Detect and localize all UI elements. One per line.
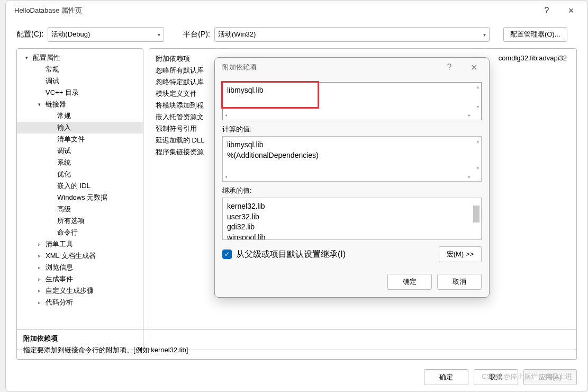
- dialog-help-button[interactable]: ?: [437, 59, 462, 75]
- dialog-ok-button[interactable]: 确定: [387, 274, 432, 290]
- main-button-row: 确定 取消 应用(A): [424, 369, 577, 385]
- inherited-value-line: gdi32.lib: [227, 222, 477, 233]
- inherit-checkbox-label: 从父级或项目默认设置继承(I): [236, 249, 346, 260]
- tree-item[interactable]: 系统: [17, 157, 143, 168]
- tree-item-label: 常规: [46, 65, 59, 74]
- tree-item[interactable]: 嵌入的 IDL: [17, 180, 143, 192]
- chevron-down-icon: ▾: [483, 32, 486, 38]
- tree-item[interactable]: 调试: [17, 75, 143, 87]
- config-manager-button[interactable]: 配置管理器(O)...: [503, 27, 567, 42]
- computed-value-line: %(AdditionalDependencies): [227, 150, 477, 161]
- tree-arrow-icon: ▹: [38, 300, 43, 305]
- inherited-label: 继承的值:: [222, 186, 482, 195]
- tree-item[interactable]: 调试: [17, 145, 143, 157]
- cancel-button[interactable]: 取消: [474, 369, 518, 385]
- tree-item[interactable]: 常规: [17, 110, 143, 122]
- tree-item[interactable]: 命令行: [17, 227, 143, 238]
- tree-item-label: 命令行: [57, 228, 78, 237]
- scroll-right-icon: ▸: [467, 112, 472, 119]
- apply-button[interactable]: 应用(A): [523, 369, 577, 385]
- tree-item-label: 所有选项: [57, 216, 85, 226]
- macro-button[interactable]: 宏(M) >>: [439, 246, 482, 262]
- scrollbar-horizontal[interactable]: ◂ ▸: [224, 173, 472, 180]
- tree-item[interactable]: 所有选项: [17, 215, 143, 227]
- inherit-checkbox-wrap[interactable]: ✓ 从父级或项目默认设置继承(I): [222, 249, 346, 260]
- tree-item-label: 嵌入的 IDL: [57, 181, 91, 191]
- tree-item[interactable]: 常规: [17, 64, 143, 75]
- description-title: 附加依赖项: [23, 334, 570, 343]
- tree-item[interactable]: VC++ 目录: [17, 87, 143, 99]
- tree-item-label: 生成事件: [46, 274, 73, 284]
- tree-item[interactable]: ▹清单工具: [17, 238, 143, 250]
- tree-item[interactable]: ▾链接器: [17, 99, 143, 110]
- window-title: HelloDatabase 属性页: [14, 6, 535, 15]
- platform-select[interactable]: 活动(Win32) ▾: [214, 27, 490, 42]
- config-label: 配置(C):: [16, 30, 43, 39]
- scroll-left-icon: ◂: [224, 173, 228, 180]
- tree-item-label: VC++ 目录: [46, 88, 79, 97]
- tree-item-label: 调试: [57, 146, 71, 156]
- tree-arrow-icon: ▹: [38, 288, 43, 293]
- tree-item[interactable]: 清单文件: [17, 133, 143, 145]
- tree-item-label: 优化: [57, 170, 71, 179]
- scroll-right-icon: ▸: [467, 173, 472, 180]
- scrollbar-thumb[interactable]: [473, 206, 480, 222]
- tree-item[interactable]: Windows 元数据: [17, 192, 143, 203]
- tree-arrow-icon: ▹: [38, 277, 43, 282]
- config-select[interactable]: 活动(Debug) ▾: [48, 27, 164, 42]
- tree-item-label: 调试: [46, 76, 59, 86]
- tree-item[interactable]: ▹生成事件: [17, 273, 143, 285]
- tree-arrow-icon: ▾: [38, 102, 43, 107]
- tree-item-label: Windows 元数据: [57, 193, 107, 202]
- platform-label: 平台(P):: [183, 30, 210, 39]
- tree-item[interactable]: ▹XML 文档生成器: [17, 250, 143, 262]
- computed-label: 计算的值:: [222, 124, 482, 134]
- scrollbar-horizontal[interactable]: ◂ ▸: [224, 112, 472, 119]
- help-button[interactable]: ?: [535, 3, 559, 19]
- tree-item-label: 清单工具: [46, 239, 73, 249]
- scroll-up-icon: ▴: [476, 138, 480, 145]
- additional-dependencies-dialog: 附加依赖项 ? ✕ libmysql.lib ▴ ▾ ◂ ▸ 计算的值:: [214, 57, 490, 298]
- computed-values-box: libmysql.lib%(AdditionalDependencies) ▴ …: [222, 136, 482, 182]
- scroll-left-icon: ◂: [224, 112, 228, 119]
- tree-item[interactable]: ▹自定义生成步骤: [17, 285, 143, 297]
- description-text: 指定要添加到链接命令行的附加项。[例如 kernel32.lib]: [23, 345, 570, 355]
- inherited-value-line: winspool.lib: [227, 233, 477, 240]
- titlebar: HelloDatabase 属性页 ? ×: [6, 1, 587, 21]
- inherited-value-line: kernel32.lib: [227, 201, 477, 212]
- scroll-down-icon: ▾: [476, 103, 480, 110]
- dialog-title: 附加依赖项: [222, 63, 437, 72]
- tree-item-label: 输入: [57, 123, 71, 132]
- tree-item[interactable]: 优化: [17, 168, 143, 180]
- tree-item-label: 高级: [57, 204, 71, 214]
- scroll-down-icon: ▾: [476, 165, 480, 172]
- tree-item-label: 配置属性: [33, 53, 60, 63]
- tree-item[interactable]: 输入: [17, 122, 143, 133]
- tree-item[interactable]: ▾配置属性: [17, 52, 143, 64]
- scrollbar-vertical[interactable]: ▴ ▾: [476, 84, 480, 110]
- checkbox-checked-icon: ✓: [222, 250, 232, 259]
- dialog-close-button[interactable]: ✕: [462, 59, 486, 75]
- scroll-up-icon: ▴: [476, 84, 480, 91]
- tree-arrow-icon: ▹: [38, 242, 43, 247]
- tree-item-label: XML 文档生成器: [46, 251, 96, 261]
- tree-arrow-icon: ▹: [38, 253, 43, 259]
- chevron-down-icon: ▾: [158, 32, 160, 38]
- tree-item-label: 常规: [57, 111, 71, 121]
- tree-arrow-icon: ▹: [38, 265, 43, 270]
- dependency-input[interactable]: libmysql.lib: [223, 83, 318, 97]
- tree-item[interactable]: ▹浏览信息: [17, 262, 143, 273]
- tree-item-label: 自定义生成步骤: [46, 286, 94, 296]
- tree-item-label: 系统: [57, 158, 71, 167]
- tree-item[interactable]: 高级: [17, 203, 143, 215]
- inherited-value-line: user32.lib: [227, 212, 477, 222]
- config-row: 配置(C): 活动(Debug) ▾ 平台(P): 活动(Win32) ▾ 配置…: [6, 21, 587, 48]
- ok-button[interactable]: 确定: [424, 369, 468, 385]
- scrollbar-vertical[interactable]: ▴ ▾: [476, 138, 480, 172]
- input-textbox-wrap: libmysql.lib ▴ ▾ ◂ ▸: [222, 82, 482, 120]
- property-tree[interactable]: ▾配置属性常规调试VC++ 目录▾链接器常规输入清单文件调试系统优化嵌入的 ID…: [16, 48, 143, 350]
- close-button[interactable]: ×: [559, 3, 583, 19]
- dialog-cancel-button[interactable]: 取消: [437, 274, 482, 290]
- tree-item-label: 浏览信息: [46, 263, 73, 272]
- tree-item[interactable]: ▹代码分析: [17, 297, 143, 308]
